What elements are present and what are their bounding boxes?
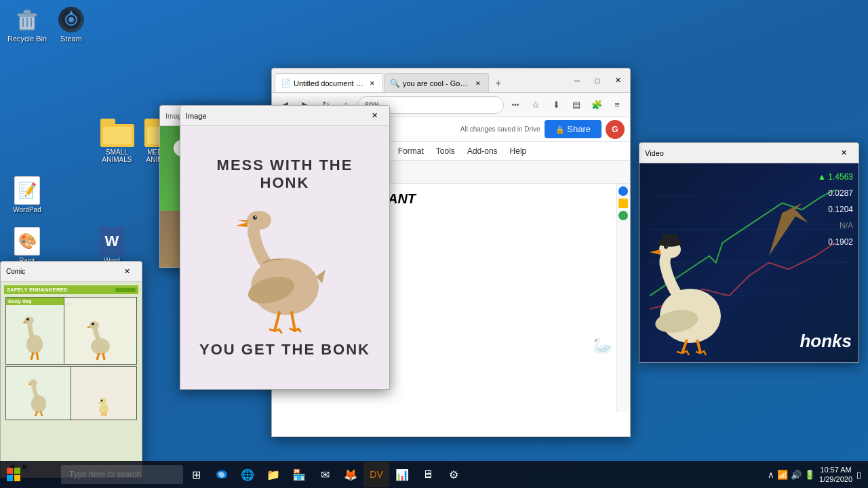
sidebar-yellow-item[interactable] xyxy=(618,199,628,208)
favorites-button[interactable]: ☆ xyxy=(527,96,545,114)
start-button[interactable] xyxy=(0,461,27,488)
steam-icon[interactable]: Steam xyxy=(47,3,95,45)
collections-button[interactable]: ▤ xyxy=(568,96,585,114)
svg-rect-53 xyxy=(7,475,13,481)
tray-up-arrow[interactable]: ∧ xyxy=(768,470,774,480)
svg-line-17 xyxy=(275,312,279,331)
menu-help[interactable]: Help xyxy=(505,146,532,156)
small-animals-folder[interactable]: SMALL ANIMALS xyxy=(92,119,142,163)
taskbar-search[interactable] xyxy=(61,465,183,484)
stock-number-2: 0.0287 xyxy=(818,185,853,201)
docs-sidebar xyxy=(616,184,630,412)
svg-point-26 xyxy=(92,323,94,325)
paint-icon[interactable]: 🎨 Paint xyxy=(7,227,47,264)
stock-number-4: N/A xyxy=(818,218,853,234)
taskbar-mail-icon[interactable]: ✉ xyxy=(312,462,338,487)
goose-svg xyxy=(231,199,339,334)
tab-gdocs-close[interactable]: ✕ xyxy=(368,79,377,88)
svg-rect-2 xyxy=(24,10,31,14)
volume-icon[interactable]: 🔊 xyxy=(791,470,802,480)
network-icon[interactable]: 📶 xyxy=(777,470,788,480)
taskbar-explorer-icon[interactable] xyxy=(209,462,235,487)
taskbar: ⊞ 🌐 📁 🏪 ✉ 🦊 DV 📊 🖥 ⚙ ∧ 📶 🔊 🔋 10:57 AM xyxy=(0,461,868,488)
taskbar-display-icon[interactable]: 🖥 xyxy=(415,462,441,487)
svg-rect-54 xyxy=(14,475,20,481)
svg-point-14 xyxy=(247,211,271,230)
show-desktop-button[interactable]: ▯ xyxy=(856,470,861,480)
video-title: Video xyxy=(645,149,664,157)
svg-line-27 xyxy=(97,353,99,360)
browser-titlebar: 📄 Untitled document - G... ✕ 🔍 you are c… xyxy=(272,68,630,93)
system-tray-icons: ∧ 📶 🔊 🔋 xyxy=(768,470,815,480)
browser-maximize-button[interactable]: □ xyxy=(588,73,607,88)
stock-numbers: ▲ 1.4563 0.0287 0.1204 N/A 0.1902 xyxy=(818,169,853,250)
taskbar-right: ∧ 📶 🔊 🔋 10:57 AM 1/29/2020 ▯ xyxy=(768,465,868,485)
date-display: 1/29/2020 xyxy=(819,474,852,484)
gdocs-share-button[interactable]: 🔒 Share xyxy=(545,120,601,138)
svg-line-37 xyxy=(105,413,106,416)
taskbar-davinci-icon[interactable]: DV xyxy=(363,462,389,487)
svg-point-8 xyxy=(68,17,74,22)
svg-point-21 xyxy=(26,318,29,321)
wordpad-label: WordPad xyxy=(13,206,41,214)
wordpad-icon[interactable]: 📝 WordPad xyxy=(7,176,47,214)
comic-subtitle: busy day xyxy=(6,298,64,305)
tab-google[interactable]: 🔍 you are cool - Google S ✕ xyxy=(384,73,489,92)
svg-line-23 xyxy=(37,352,38,360)
meme-close-button[interactable]: ✕ xyxy=(365,108,384,123)
recycle-bin-icon[interactable]: Recycle Bin xyxy=(3,3,51,45)
downloads-button[interactable]: ⬇ xyxy=(547,96,565,114)
more-options-button[interactable]: ••• xyxy=(507,96,524,114)
meme-top-text: MESS WITH THE HONK xyxy=(194,157,376,192)
word-icon[interactable]: W Word xyxy=(92,227,132,264)
menu-tools[interactable]: Tools xyxy=(431,146,460,156)
goose-meme-window: Image ✕ MESS WITH THE HONK xyxy=(180,105,390,390)
menu-format[interactable]: Format xyxy=(393,146,429,156)
clock[interactable]: 10:57 AM 1/29/2020 xyxy=(819,465,852,485)
tab-gdocs-label: Untitled document - G... xyxy=(294,79,365,87)
small-animals-label: SMALL ANIMALS xyxy=(92,148,142,163)
svg-point-33 xyxy=(99,404,108,415)
svg-point-34 xyxy=(100,398,106,405)
meme-content: MESS WITH THE HONK xyxy=(180,126,389,389)
share-lock-icon: 🔒 xyxy=(555,125,565,134)
video-titlebar: Video ✕ xyxy=(639,143,859,163)
video-window: Video ✕ xyxy=(639,142,859,363)
taskbar-edge-icon[interactable]: 🌐 xyxy=(235,462,260,487)
taskbar-settings-icon[interactable]: ⚙ xyxy=(441,462,467,487)
tab-google-icon: 🔍 xyxy=(390,79,400,88)
svg-rect-48 xyxy=(662,235,678,243)
tab-gdocs[interactable]: 📄 Untitled document - G... ✕ xyxy=(275,73,383,92)
svg-line-18 xyxy=(292,312,295,331)
sidebar-blue-dot[interactable] xyxy=(618,186,628,196)
task-view-button[interactable]: ⊞ xyxy=(183,462,209,487)
tab-google-close[interactable]: ✕ xyxy=(473,79,483,88)
comic-title: SAFELY ENDANGERED xyxy=(7,287,68,293)
browser-minimize-button[interactable]: ─ xyxy=(568,73,587,88)
svg-point-15 xyxy=(253,216,257,220)
svg-line-31 xyxy=(35,411,37,416)
share-button-label: Share xyxy=(567,124,591,134)
svg-point-20 xyxy=(24,317,34,325)
menu-addons[interactable]: Add-ons xyxy=(462,146,503,156)
stock-number-1: ▲ 1.4563 xyxy=(818,169,853,185)
stock-background: ▲ 1.4563 0.0287 0.1204 N/A 0.1902 honks xyxy=(639,163,859,362)
taskbar-folder-icon[interactable]: 📁 xyxy=(260,462,286,487)
taskbar-excel-icon[interactable]: 📊 xyxy=(389,462,415,487)
honks-label: honks xyxy=(800,331,852,352)
taskbar-store-icon[interactable]: 🏪 xyxy=(286,462,312,487)
taskbar-firefox-icon[interactable]: 🦊 xyxy=(338,462,363,487)
comic-close-button[interactable]: ✕ xyxy=(117,264,136,279)
gdocs-avatar[interactable]: G xyxy=(606,120,625,139)
meme-bottom-text: YOU GET THE BONK xyxy=(199,341,370,359)
svg-point-29 xyxy=(31,395,46,413)
extensions-button[interactable]: 🧩 xyxy=(588,96,606,114)
new-tab-button[interactable]: + xyxy=(490,75,507,92)
browser-settings-button[interactable]: ≡ xyxy=(608,96,626,114)
battery-icon[interactable]: 🔋 xyxy=(804,470,815,480)
stock-number-3: 0.1204 xyxy=(818,201,853,218)
browser-close-button[interactable]: ✕ xyxy=(608,73,627,88)
sidebar-green-item[interactable] xyxy=(618,211,628,220)
video-close-button[interactable]: ✕ xyxy=(834,146,853,161)
browser-tabs: 📄 Untitled document - G... ✕ 🔍 you are c… xyxy=(275,68,565,92)
